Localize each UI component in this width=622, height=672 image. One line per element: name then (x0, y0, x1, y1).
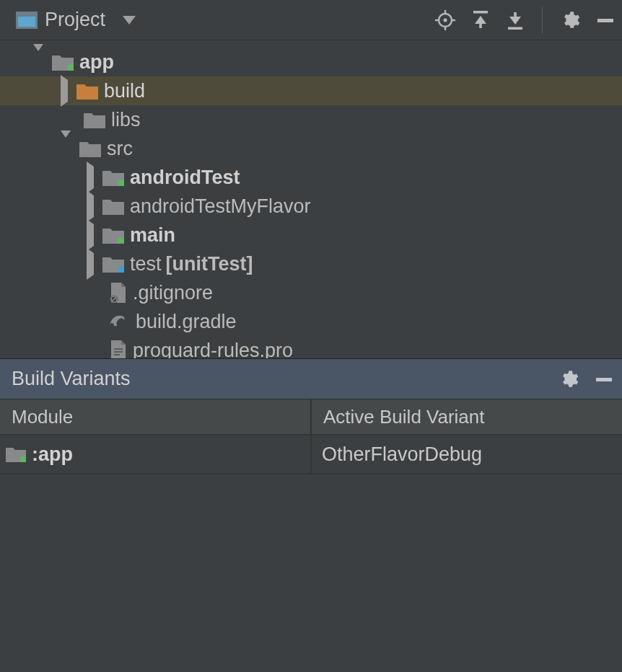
svg-rect-9 (473, 11, 488, 14)
svg-rect-15 (597, 19, 613, 22)
chevron-right-icon[interactable] (87, 224, 94, 247)
minimize-icon[interactable] (595, 370, 613, 389)
svg-rect-26 (596, 378, 612, 381)
tree-item-src[interactable]: src (0, 134, 622, 163)
unit-test-folder-icon (102, 255, 124, 273)
col-header-variant[interactable]: Active Build Variant (312, 399, 622, 436)
chevron-down-icon[interactable] (61, 138, 71, 160)
tree-label: proguard-rules.pro (133, 340, 293, 360)
gradle-file-icon (107, 313, 130, 330)
svg-rect-19 (118, 267, 124, 273)
collapse-all-icon[interactable] (506, 11, 525, 30)
chevron-right-icon[interactable] (87, 253, 94, 275)
tree-item-buildgradle[interactable]: build.gradle (0, 307, 622, 336)
svg-rect-24 (114, 351, 123, 353)
svg-rect-25 (114, 354, 120, 355)
chevron-right-icon[interactable] (61, 80, 68, 102)
chevron-right-icon[interactable] (87, 195, 94, 218)
tree-row-cut (0, 40, 622, 48)
build-folder-icon (76, 82, 98, 100)
source-folder-icon (102, 226, 124, 244)
tree-item-test[interactable]: test [unitTest] (0, 249, 622, 278)
svg-rect-23 (114, 348, 123, 350)
tree-label: build (104, 80, 145, 102)
gear-icon[interactable] (559, 369, 579, 389)
tree-label: app (79, 51, 114, 74)
project-toolbar: Project (0, 0, 622, 40)
test-folder-icon (102, 169, 124, 186)
module-name: :app (32, 443, 73, 466)
tree-label: androidTest (130, 167, 240, 189)
locate-target-icon[interactable] (435, 10, 455, 30)
tree-label: androidTestMyFlavor (130, 195, 311, 218)
toolbar-separator (542, 6, 543, 34)
tree-item-gitignore[interactable]: .gitignore (0, 278, 622, 307)
gear-icon[interactable] (560, 10, 580, 30)
project-view-dropdown[interactable] (123, 16, 136, 25)
tree-label: .gitignore (133, 282, 213, 304)
folder-icon (84, 111, 105, 128)
cell-variant[interactable]: OtherFlavorDebug (312, 436, 622, 474)
project-panel-title: Project (45, 9, 105, 31)
active-variant-value: OtherFlavorDebug (322, 443, 482, 466)
tree-label: main (130, 224, 175, 247)
build-variants-empty-area (0, 474, 622, 672)
project-window-icon (16, 12, 38, 29)
svg-point-4 (444, 18, 447, 22)
minimize-icon[interactable] (596, 11, 615, 30)
cell-module[interactable]: :app (0, 436, 312, 474)
expand-all-icon[interactable] (471, 11, 490, 30)
text-file-icon (110, 340, 127, 359)
tree-label: build.gradle (136, 311, 237, 333)
module-folder-icon (6, 446, 26, 462)
tree-item-proguard[interactable]: proguard-rules.pro (0, 336, 622, 359)
build-variants-header: Build Variants (0, 359, 622, 399)
tree-item-libs[interactable]: libs (0, 105, 622, 134)
tree-label-suffix: [unitTest] (166, 253, 253, 275)
build-variants-table: Module Active Build Variant :app OtherFl… (0, 399, 622, 474)
chevron-right-icon[interactable] (87, 167, 94, 189)
module-folder-icon (52, 53, 74, 71)
tree-item-androidtestmyflavor[interactable]: androidTestMyFlavor (0, 192, 622, 221)
svg-rect-14 (514, 12, 517, 19)
chevron-down-icon[interactable] (33, 51, 43, 74)
project-tree[interactable]: app build libs src androidTest (0, 40, 622, 359)
tree-label: test (130, 253, 162, 275)
tree-item-main[interactable]: main (0, 221, 622, 249)
tree-label: src (107, 138, 133, 160)
folder-icon (102, 198, 124, 215)
table-header: Module Active Build Variant (0, 399, 622, 436)
tree-item-app[interactable]: app (0, 48, 622, 76)
tree-item-androidtest[interactable]: androidTest (0, 163, 622, 192)
svg-rect-12 (508, 27, 522, 30)
tree-item-build[interactable]: build (0, 76, 622, 105)
gitignore-file-icon (110, 283, 127, 303)
svg-marker-2 (123, 16, 136, 25)
svg-rect-11 (479, 22, 482, 28)
build-variants-title: Build Variants (12, 368, 131, 390)
col-header-module[interactable]: Module (0, 399, 312, 436)
table-row[interactable]: :app OtherFlavorDebug (0, 436, 622, 474)
tree-label: libs (111, 109, 141, 131)
folder-icon (79, 140, 101, 157)
svg-rect-1 (18, 17, 35, 27)
